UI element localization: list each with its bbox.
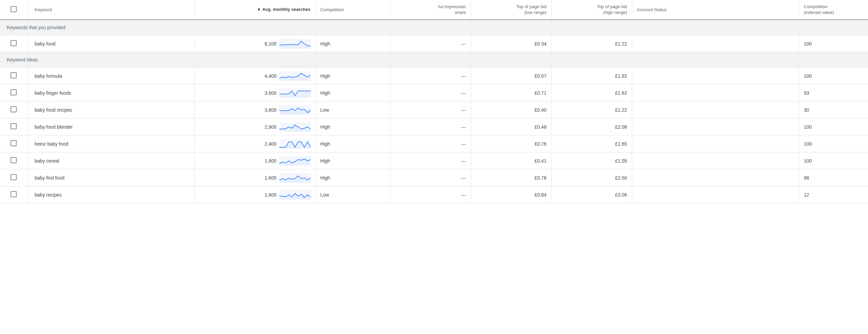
cell-status [632,152,799,169]
section-ideas-label: Keyword ideas [0,52,868,68]
index-value: 100 [804,124,812,130]
cell-competition: Low [315,101,390,118]
cell-low-bid: £0.48 [471,118,551,135]
header-keyword[interactable]: Keyword [28,0,194,20]
index-value: 100 [804,141,812,147]
header-high-bid[interactable]: Top of page bid (high range) [551,0,632,20]
cell-searches: 2,400 [194,135,315,152]
cell-searches: 1,600 [194,152,315,169]
sparkline-icon [279,173,311,183]
header-index[interactable]: Competition (indexed value) [799,0,868,20]
cell-impression: — [390,85,471,101]
keyword-text: baby cereal [35,158,59,164]
cell-high-bid: £3.06 [551,186,632,203]
table-row[interactable]: heinz baby food2,400High—£0.76£1.65100 [0,135,868,152]
searches-value: 3,600 [265,107,277,113]
cell-impression: — [390,135,471,152]
low-bid-value: £0.34 [535,41,546,47]
keyword-table: Keyword Avg. monthly searches Competitio… [0,0,868,203]
sparkline-icon [279,88,311,98]
keyword-text: baby food blender [35,124,73,130]
impression-value: — [461,158,466,164]
header-impression[interactable]: Ad impression share [390,0,471,20]
cell-status [632,101,799,118]
row-checkbox[interactable] [11,191,17,197]
cell-competition: High [315,85,390,101]
high-bid-value: £1.65 [615,141,627,147]
row-checkbox[interactable] [11,106,17,112]
index-value: 100 [804,158,812,164]
sparkline-icon [279,122,311,132]
section-provided-label: Keywords that you provided [0,20,868,35]
cell-high-bid: £2.50 [551,169,632,186]
high-bid-value: £1.22 [615,41,627,47]
header-competition[interactable]: Competition [315,0,390,20]
table-row[interactable]: baby food8,100High—£0.34£1.22100 [0,35,868,52]
cell-keyword: heinz baby food [28,135,194,152]
cell-status [632,118,799,135]
cell-impression: — [390,35,471,52]
header-index-l1: Competition [804,4,827,9]
competition-value: High [320,90,330,96]
competition-value: High [320,158,330,164]
row-checkbox-cell [0,85,28,101]
cell-impression: — [390,169,471,186]
row-checkbox[interactable] [11,40,17,46]
sort-descending-icon [257,7,261,13]
row-checkbox[interactable] [11,89,17,95]
table-header-row: Keyword Avg. monthly searches Competitio… [0,0,868,20]
cell-searches: 1,600 [194,169,315,186]
sparkline-icon [279,139,311,149]
low-bid-value: £0.84 [535,192,546,198]
select-all-checkbox[interactable] [11,6,17,12]
impression-value: — [461,141,466,147]
cell-keyword: baby first food [28,169,194,186]
header-low-l2: (low range) [524,10,546,15]
table-row[interactable]: baby food recipes3,600Low—£0.40£1.2230 [0,101,868,118]
header-status[interactable]: Account Status [632,0,799,20]
searches-value: 2,900 [265,124,277,130]
table-row[interactable]: baby food blender2,900High—£0.48£2.08100 [0,118,868,135]
cell-competition: High [315,135,390,152]
cell-high-bid: £1.65 [551,135,632,152]
table-row[interactable]: baby cereal1,600High—£0.41£1.05100 [0,152,868,169]
searches-value: 2,400 [265,141,277,147]
searches-value: 4,400 [265,73,277,79]
table-row[interactable]: baby formula4,400High—£0.57£1.92100 [0,68,868,85]
row-checkbox[interactable] [11,174,17,180]
header-keyword-label: Keyword [35,7,52,12]
sparkline-icon [279,71,311,81]
cell-keyword: baby finger foods [28,85,194,101]
header-low-bid[interactable]: Top of page bid (low range) [471,0,551,20]
cell-competition: Low [315,186,390,203]
cell-keyword: baby cereal [28,152,194,169]
table-row[interactable]: baby first food1,600High—£0.76£2.5098 [0,169,868,186]
row-checkbox[interactable] [11,157,17,163]
table-row[interactable]: baby recipes1,600Low—£0.84£3.0612 [0,186,868,203]
cell-index: 30 [799,101,868,118]
cell-high-bid: £1.62 [551,85,632,101]
keyword-text: heinz baby food [35,141,68,147]
cell-high-bid: £2.08 [551,118,632,135]
searches-value: 1,600 [265,175,277,181]
index-value: 98 [804,175,809,181]
row-checkbox[interactable] [11,123,17,129]
cell-impression: — [390,101,471,118]
row-checkbox[interactable] [11,72,17,78]
row-checkbox[interactable] [11,140,17,146]
competition-value: High [320,73,330,79]
table-row[interactable]: baby finger foods3,600High—£0.71£1.6293 [0,85,868,101]
index-value: 100 [804,41,812,47]
sparkline-icon [279,190,311,200]
index-value: 30 [804,107,809,113]
cell-competition: High [315,169,390,186]
header-searches[interactable]: Avg. monthly searches [194,0,315,20]
competition-value: Low [320,192,329,198]
cell-low-bid: £0.34 [471,35,551,52]
cell-status [632,85,799,101]
cell-high-bid: £1.05 [551,152,632,169]
cell-competition: High [315,68,390,85]
keyword-text: baby recipes [35,192,62,198]
cell-low-bid: £0.71 [471,85,551,101]
cell-keyword: baby formula [28,68,194,85]
